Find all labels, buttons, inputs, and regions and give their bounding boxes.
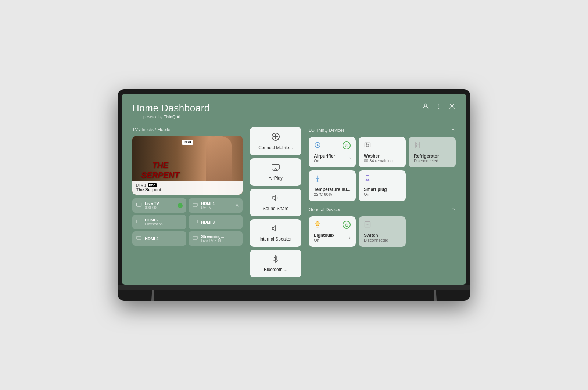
temperature-icon (314, 175, 321, 184)
device-lightbulb[interactable]: ⏻ Lightbulb On › (309, 216, 356, 247)
streaming-icon (192, 235, 198, 242)
svg-point-20 (317, 144, 318, 145)
refrigerator-icon (414, 141, 421, 151)
close-icon[interactable] (448, 102, 456, 112)
hdmi1-icon (192, 202, 198, 209)
tv-stand-bar (118, 285, 470, 290)
input-hdmi4[interactable]: HDMI 4 (132, 231, 186, 246)
device-washer[interactable]: Washer 00:34 remaining (359, 137, 406, 167)
svg-point-1 (438, 104, 440, 105)
page-title: Home Dashboard (132, 102, 210, 114)
svg-point-0 (424, 104, 427, 106)
internal-speaker-button[interactable]: Internal Speaker (250, 219, 301, 247)
svg-rect-24 (415, 142, 420, 148)
device-temperature[interactable]: Temperature hu... 22℃ 80% (309, 170, 356, 201)
connect-mobile-button[interactable]: Connect Mobile... (250, 127, 301, 155)
tv-channel: DTV 1 BBC (136, 183, 239, 187)
airpurifier-icon (314, 141, 321, 151)
internal-speaker-icon (272, 224, 280, 234)
bbc-badge: BBC (182, 140, 193, 145)
tv-screen: Home Dashboard powered by ThinQ AI (122, 94, 466, 285)
svg-marker-17 (272, 196, 275, 201)
device-refrigerator[interactable]: Refrigerator Disconnected (409, 137, 456, 167)
hdmi3-icon (192, 219, 198, 225)
live-tv-active-badge: ✓ (178, 203, 183, 208)
airplay-button[interactable]: AirPlay (250, 158, 301, 186)
bluetooth-button[interactable]: Bluetooth ... (250, 250, 301, 277)
user-icon[interactable] (422, 102, 429, 112)
thinq-devices-section: LG ThinQ Devices (309, 127, 456, 201)
right-panel: LG ThinQ Devices (309, 127, 456, 277)
switch-icon (364, 221, 371, 230)
input-hdmi2[interactable]: HDMI 2 Playstation (132, 215, 186, 229)
svg-point-28 (317, 180, 318, 181)
show-title-overlay: THESERPENT (141, 160, 179, 180)
tv-show-name: The Serpent (136, 187, 239, 192)
middle-panel: Connect Mobile... AirPlay So (250, 127, 301, 277)
tv-section-label: TV / Inputs / Mobile (132, 127, 243, 132)
tv-info-bar: DTV 1 BBC The Serpent (132, 181, 243, 195)
hdmi2-icon (136, 219, 142, 225)
svg-rect-29 (366, 176, 369, 179)
svg-marker-16 (274, 169, 277, 171)
svg-point-22 (366, 144, 369, 147)
input-hdmi3[interactable]: HDMI 3 (189, 215, 243, 229)
tv-preview[interactable]: BBC THESERPENT DTV 1 BBC The Serpent (132, 136, 243, 195)
lightbulb-chevron: › (349, 235, 351, 240)
input-streaming[interactable]: Streaming... Live TV & St... (189, 231, 243, 246)
input-grid: Live TV 000-000 ✓ HDMI 1 (132, 198, 243, 246)
svg-rect-8 (236, 205, 238, 207)
svg-rect-21 (365, 142, 370, 148)
sound-share-label: Sound Share (263, 206, 288, 211)
device-airpurifier[interactable]: ⏻ Airpurifier On › (309, 137, 356, 167)
airplay-label: AirPlay (269, 176, 283, 181)
thinq-logo: ThinQ AI (164, 115, 180, 119)
tv-leg-left (151, 290, 154, 301)
general-devices-label: General Devices (309, 207, 341, 212)
smart-plug-icon (364, 175, 371, 184)
svg-marker-18 (272, 226, 275, 231)
washer-icon (364, 141, 371, 151)
hdmi1-lock-icon (235, 204, 239, 207)
connect-mobile-icon (271, 132, 280, 143)
main-content: TV / Inputs / Mobile BBC THESERPENT (132, 127, 456, 277)
general-collapse-button[interactable] (451, 206, 456, 213)
lightbulb-icon (314, 221, 321, 230)
hdmi4-icon (136, 235, 142, 242)
general-devices-section: General Devices (309, 206, 456, 247)
svg-rect-7 (193, 203, 197, 206)
menu-icon[interactable] (435, 102, 442, 112)
input-hdmi1[interactable]: HDMI 1 U+ TV (189, 198, 243, 213)
svg-point-23 (366, 143, 367, 144)
airpurifier-power[interactable]: ⏻ (343, 141, 351, 149)
connect-mobile-label: Connect Mobile... (258, 145, 293, 150)
thinq-collapse-button[interactable] (451, 127, 456, 133)
tv-frame: Home Dashboard powered by ThinQ AI (118, 89, 470, 301)
device-smart-plug[interactable]: Smart plug On (359, 170, 406, 201)
powered-by: powered by ThinQ AI (132, 115, 210, 119)
airpurifier-chevron: › (349, 156, 351, 161)
thinq-devices-label: LG ThinQ Devices (309, 128, 345, 133)
device-switch[interactable]: Switch Disconnected (359, 216, 406, 247)
airplay-icon (272, 163, 280, 173)
thinq-devices-header: LG ThinQ Devices (309, 127, 456, 133)
bluetooth-label: Bluetooth ... (264, 267, 287, 272)
svg-rect-6 (136, 203, 141, 206)
live-tv-icon (136, 202, 142, 209)
internal-speaker-label: Internal Speaker (259, 236, 292, 242)
header-title: Home Dashboard powered by ThinQ AI (132, 102, 210, 119)
dashboard: Home Dashboard powered by ThinQ AI (122, 94, 466, 285)
header-actions (422, 102, 456, 112)
lightbulb-power[interactable]: ⏻ (343, 221, 351, 229)
sound-share-icon (272, 194, 280, 204)
header: Home Dashboard powered by ThinQ AI (132, 102, 456, 119)
sound-share-button[interactable]: Sound Share (250, 189, 301, 216)
tv-legs (122, 290, 466, 301)
left-panel: TV / Inputs / Mobile BBC THESERPENT (132, 127, 243, 277)
thinq-devices-grid: ⏻ Airpurifier On › (309, 137, 456, 201)
svg-rect-12 (193, 236, 197, 239)
input-live-tv[interactable]: Live TV 000-000 ✓ (132, 198, 186, 213)
general-devices-grid: ⏻ Lightbulb On › (309, 216, 456, 247)
general-devices-header: General Devices (309, 206, 456, 213)
svg-point-2 (438, 106, 440, 107)
